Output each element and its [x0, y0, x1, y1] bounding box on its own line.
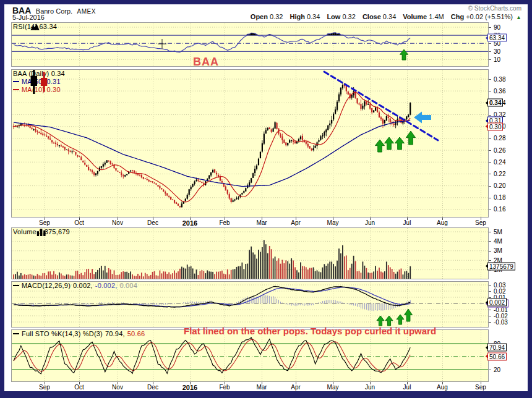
- sto-legend-name: Full STO %K(14,3) %D(3): [22, 330, 103, 337]
- month-label: Feb: [213, 384, 236, 391]
- high-label: High: [290, 13, 304, 20]
- copyright-label: © StockCharts.com: [468, 5, 521, 12]
- tag-notch-icon: [483, 35, 488, 40]
- macd-legend: MACD(12,26,9) 0.002, -0.002, 0.004: [13, 282, 137, 290]
- tag-notch-icon: [483, 300, 488, 305]
- change-value: +0.02 (+5.51%): [466, 13, 513, 20]
- macd-line-icon: [13, 285, 19, 286]
- close-value: 0.34: [383, 13, 396, 20]
- sto-d-value: 50.66: [127, 330, 145, 337]
- tag-notch-icon: [483, 345, 488, 350]
- volume-panel: Volume 1,375,679: [11, 227, 489, 279]
- open-label: Open: [251, 13, 268, 20]
- y-tick-label: 0.20: [494, 182, 505, 189]
- y-tick-mark: [489, 27, 491, 28]
- volume-legend: Volume 1,375,679: [13, 228, 70, 236]
- y-tick-mark: [489, 316, 491, 316]
- change-label: Chg: [451, 13, 464, 20]
- month-label: Apr: [285, 384, 307, 391]
- month-label: 2016: [179, 384, 201, 391]
- rsi-y-axis: 907050301063.34: [489, 22, 531, 67]
- month-label: Sep: [33, 219, 56, 226]
- stochastics-y-axis: 80502070.9450.66: [489, 329, 531, 382]
- macd-legend-name: MACD(12,26,9): [22, 282, 71, 289]
- macd-signal-value: -0.002,: [95, 282, 118, 289]
- price-tag: 70.94: [487, 344, 507, 352]
- month-label: Sep: [470, 219, 492, 226]
- x-axis-months-lower: SepOctNovDec2016FebMarAprMayJunJulAugSep: [11, 382, 489, 392]
- y-tick-mark: [489, 79, 491, 80]
- month-label: May: [322, 219, 344, 226]
- tag-notch-icon: [483, 100, 488, 105]
- high-value: 0.34: [307, 13, 320, 20]
- y-tick-mark: [489, 150, 491, 151]
- y-tick-mark: [489, 91, 491, 91]
- stochastics-panel: Full STO %K(14,3) %D(3) 70.94, 50.66: [11, 329, 489, 382]
- volume-y-axis: 5M4M3M2M1M1375679: [489, 227, 531, 279]
- chart-header: BAA Banro Corp. AMEX 5-Jul-2016 © StockC…: [4, 4, 528, 22]
- y-tick-mark: [489, 210, 491, 210]
- stockcharts-chart: BAA Banro Corp. AMEX 5-Jul-2016 © StockC…: [0, 0, 532, 398]
- y-tick-mark: [489, 43, 491, 44]
- price-tag: 63.34: [487, 34, 507, 42]
- rsi-legend: RSI(14) 63.34: [13, 23, 57, 31]
- y-tick-label: 3M: [494, 247, 502, 254]
- price-tag: 1375679: [487, 262, 515, 270]
- rsi-panel: RSI(14) 63.34: [11, 22, 489, 67]
- low-label: Low: [327, 13, 340, 20]
- month-label: Dec: [142, 384, 164, 391]
- y-tick-mark: [489, 310, 491, 310]
- macd-hist-value: 0.004: [119, 282, 137, 289]
- month-label: Jul: [396, 219, 418, 226]
- y-tick-mark: [489, 241, 491, 242]
- y-tick-label: 0.28: [494, 135, 505, 142]
- month-label: Jul: [396, 384, 418, 391]
- y-tick-mark: [489, 291, 491, 292]
- month-label: Mar: [251, 219, 273, 226]
- quote-summary: Open0.32 High0.34 Low0.32 Close0.34 Volu…: [246, 13, 521, 20]
- month-label: 2016: [179, 219, 201, 227]
- volume-plot: [11, 227, 489, 279]
- volume-label: Volume: [403, 13, 427, 20]
- rsi-plot: [11, 22, 489, 67]
- y-tick-mark: [489, 285, 491, 286]
- y-tick-label: 0.18: [494, 194, 505, 201]
- y-tick-label: 20: [494, 366, 500, 373]
- y-tick-label: 0.22: [494, 171, 505, 177]
- month-label: Aug: [431, 219, 453, 226]
- month-label: Oct: [68, 219, 90, 226]
- candlestick-icon: [13, 70, 65, 94]
- y-tick-mark: [489, 322, 491, 323]
- x-axis-months-upper: SepOctNovDec2016FebMarAprMayJunJulAugSep: [11, 218, 489, 227]
- month-label: Feb: [213, 219, 236, 226]
- y-tick-mark: [489, 251, 491, 252]
- tag-notch-icon: [483, 264, 488, 269]
- month-label: Jun: [359, 384, 381, 391]
- sto-line-icon: [13, 333, 19, 334]
- low-value: 0.32: [342, 13, 355, 20]
- month-label: Nov: [106, 219, 129, 226]
- y-tick-label: 0.16: [494, 206, 505, 213]
- price-tag: 0.34: [487, 99, 503, 107]
- macd-value: 0.002,: [73, 282, 93, 289]
- y-tick-mark: [489, 232, 491, 232]
- y-tick-label: 90: [494, 24, 500, 31]
- y-tick-mark: [489, 370, 491, 370]
- price-tag: 0.30: [487, 122, 503, 130]
- y-tick-mark: [489, 162, 491, 163]
- month-label: Sep: [470, 384, 492, 391]
- macd-panel: MACD(12,26,9) 0.002, -0.002, 0.004: [11, 281, 489, 328]
- tag-notch-icon: [483, 354, 488, 359]
- y-tick-label: 4M: [494, 238, 502, 245]
- macd-y-axis: 0.030.020.010.00-0.01-0.02-0.03-0.0020.0…: [489, 281, 531, 328]
- area-chart-icon: [13, 23, 57, 31]
- y-tick-label: 0.36: [494, 88, 505, 95]
- stochastics-legend: Full STO %K(14,3) %D(3) 70.94, 50.66: [13, 330, 145, 338]
- y-tick-label: 0.24: [494, 159, 505, 166]
- y-tick-mark: [489, 174, 491, 174]
- y-tick-label: -0.03: [494, 319, 508, 326]
- volume-value: 1.4M: [429, 13, 444, 20]
- month-label: May: [322, 384, 344, 391]
- month-label: Dec: [142, 219, 164, 226]
- bar-chart-icon: [13, 228, 70, 236]
